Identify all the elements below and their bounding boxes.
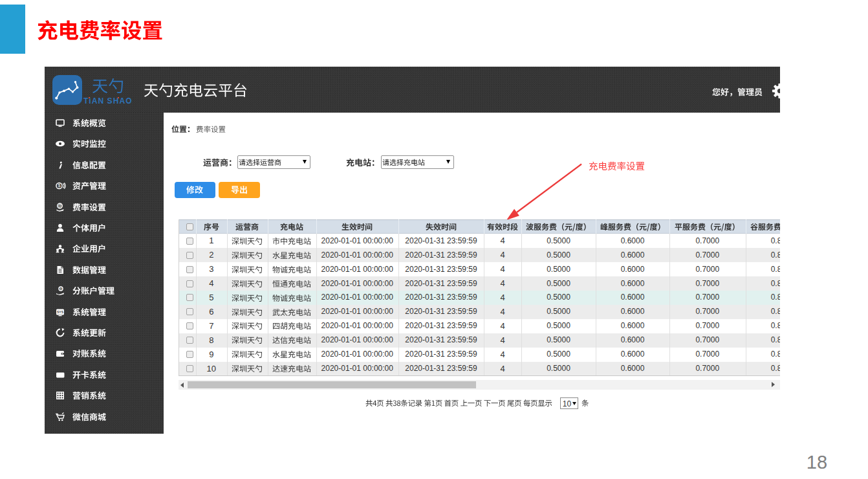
svg-text:@: @ — [58, 203, 62, 208]
svg-text:SYS: SYS — [57, 310, 64, 314]
